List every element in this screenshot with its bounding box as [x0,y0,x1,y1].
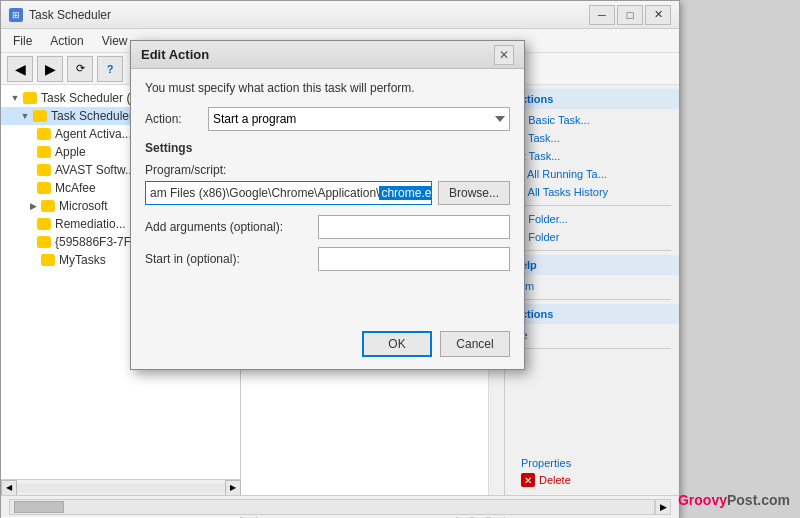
maximize-button[interactable]: □ [617,5,643,25]
action-label: Action: [145,112,200,126]
start-in-input[interactable] [318,247,510,271]
folder-icon-7 [41,200,55,212]
dialog-close-button[interactable]: ✕ [494,45,514,65]
properties-label: Properties [521,457,571,469]
bottom-actions: Properties ✕ Delete [505,455,679,489]
action-row: Action: Start a program [145,107,510,131]
dialog-instruction: You must specify what action this task w… [145,81,510,95]
tree-agent-label: Agent Activa... [55,127,132,141]
dialog-buttons: OK Cancel [362,331,510,357]
ts-titlebar: ⊞ Task Scheduler ─ □ ✕ [1,1,679,29]
dialog-title: Edit Action [141,47,209,62]
task-scheduler-icon: ⊞ [9,8,23,22]
edit-action-dialog: Edit Action ✕ You must specify what acti… [130,40,525,370]
ts-window-controls: ─ □ ✕ [589,5,671,25]
tree-microsoft-label: Microsoft [59,199,108,213]
close-button[interactable]: ✕ [645,5,671,25]
folder-icon-9 [37,236,51,248]
ts-actions-panel: Actions e Basic Task... e Task... rt Tas… [504,85,679,518]
tree-scrollbar-h: ◀ ▶ [1,479,241,495]
folder-icon-3 [37,128,51,140]
ok-button[interactable]: OK [362,331,432,357]
tree-595-label: {595886F3-7F... [55,235,140,249]
tree-remediation-label: Remediatio... [55,217,126,231]
refresh-button[interactable]: ⟳ [67,56,93,82]
scroll-track [17,483,225,493]
statusbar-scroll-right[interactable]: ▶ [655,499,671,515]
minimize-button[interactable]: ─ [589,5,615,25]
expand-icon-ms: ▶ [27,200,39,212]
add-args-input[interactable] [318,215,510,239]
scroll-right-btn[interactable]: ▶ [225,480,241,496]
tree-bottom-scrollbar: ◀ ▶ [1,479,241,495]
action-folder-1[interactable]: e Folder... [505,210,679,228]
ts-statusbar: ▶ [1,495,679,517]
action-task[interactable]: e Task... [505,129,679,147]
tree-avast-label: AVAST Softw... [55,163,135,177]
settings-title: Settings [145,141,510,155]
scroll-left-btn[interactable]: ◀ [1,480,17,496]
delete-row[interactable]: ✕ Delete [513,471,671,489]
action-rt-task[interactable]: rt Task... [505,147,679,165]
tree-apple-label: Apple [55,145,86,159]
program-script-input[interactable]: am Files (x86)\Google\Chrome\Application… [145,181,432,205]
dialog-body: You must specify what action this task w… [131,69,524,291]
properties-row[interactable]: Properties [513,455,671,471]
folder-icon-4 [37,146,51,158]
expand-icon-2: ▼ [19,110,31,122]
delete-label: Delete [539,474,571,486]
start-in-label: Start in (optional): [145,252,310,266]
watermark-groovy: Groovy [678,492,727,508]
folder-icon-5 [37,164,51,176]
action-folder-2[interactable]: e Folder [505,228,679,246]
folder-icon-2 [33,110,47,122]
expand-icon: ▼ [9,92,21,104]
folder-icon-6 [37,182,51,194]
watermark: GroovyPost.com [678,492,790,508]
action-tasks-history[interactable]: e All Tasks History [505,183,679,201]
folder-icon [23,92,37,104]
sep4 [513,348,671,349]
add-args-row: Add arguments (optional): [145,215,510,239]
program-script-row: am Files (x86)\Google\Chrome\Application… [145,181,510,205]
ts-title-text: Task Scheduler [29,8,111,22]
dialog-titlebar: Edit Action ✕ [131,41,524,69]
back-button[interactable]: ◀ [7,56,33,82]
action-basic-task[interactable]: e Basic Task... [505,111,679,129]
expand-icon-my [27,254,39,266]
tree-mytasks-label: MyTasks [59,253,106,267]
action-select[interactable]: Start a program [208,107,510,131]
actions-section-title: Actions [505,89,679,109]
add-args-label: Add arguments (optional): [145,220,310,234]
watermark-post: Post.com [727,492,790,508]
action-help-em[interactable]: em [505,277,679,295]
cancel-button[interactable]: Cancel [440,331,510,357]
action-le[interactable]: le [505,326,679,344]
action-menu[interactable]: Action [42,32,91,50]
browse-button[interactable]: Browse... [438,181,510,205]
statusbar-thumb [14,501,64,513]
statusbar-scroll[interactable] [9,499,655,515]
input-text-before: am Files (x86)\Google\Chrome\Application… [146,186,379,200]
forward-button[interactable]: ▶ [37,56,63,82]
tree-mcafee-label: McAfee [55,181,96,195]
start-in-row: Start in (optional): [145,247,510,271]
folder-icon-8 [37,218,51,230]
file-menu[interactable]: File [5,32,40,50]
folder-icon-10 [41,254,55,266]
sep3 [513,299,671,300]
actions-section-title-2: Actions [505,304,679,324]
action-running-tasks[interactable]: y All Running Ta... [505,165,679,183]
delete-icon: ✕ [521,473,535,487]
help-section-title: Help [505,255,679,275]
input-text-selected: chrome.exe [379,186,432,200]
sep2 [513,250,671,251]
help-button[interactable]: ? [97,56,123,82]
program-script-label: Program/script: [145,163,510,177]
sep1 [513,205,671,206]
statusbar-content: ▶ [9,499,671,515]
ts-titlebar-left: ⊞ Task Scheduler [9,8,111,22]
